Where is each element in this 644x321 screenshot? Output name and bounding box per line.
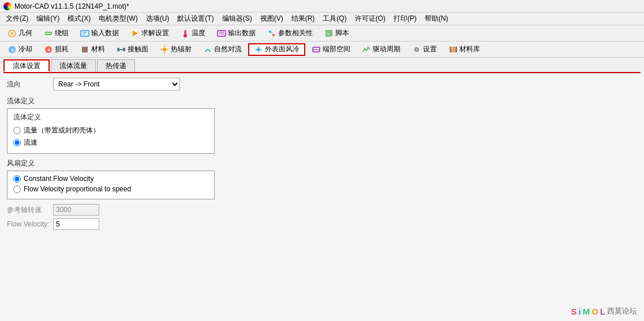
sub-end-space[interactable]: 端部空间 [306,43,355,56]
tab-fluid-settings[interactable]: 流体设置 [3,59,50,72]
settings-icon [412,45,421,54]
tab-heat-transfer[interactable]: 热传递 [97,59,135,72]
watermark-rest: 西莫论坛 [607,306,637,316]
menu-tools[interactable]: 工具(Q) [319,13,350,25]
sub-radiation[interactable]: 热辐射 [155,43,197,56]
page-tabs-wrapper: 流体设置 流体流量 热传递 [0,58,644,72]
watermark-s: S [571,307,576,316]
velocity-input[interactable] [53,218,99,230]
solve-icon [130,29,140,38]
fluid-definition-group-title: 流体定义 [13,112,208,122]
fluid-option2-label[interactable]: 流速 [24,138,38,148]
app-window: Motor-CAD v11.1.5 (12N14P_1.mot)* 文件(Z) … [0,0,644,321]
radiation-icon [160,45,169,54]
library-icon [448,45,458,54]
fluid-option1-radio[interactable] [13,127,21,134]
fan-icon [254,45,263,54]
output-icon [217,29,226,38]
title-bar: Motor-CAD v11.1.5 (12N14P_1.mot)* [0,0,644,13]
watermark-m: M [583,307,590,316]
svg-rect-37 [452,47,455,52]
fan-option2-label[interactable]: Flow Velocity proportional to speed [24,185,131,193]
svg-marker-7 [133,31,138,36]
tb-script[interactable]: >_ 脚本 [319,27,354,40]
svg-point-1 [11,32,13,35]
tb-solve[interactable]: 求解设置 [125,27,174,40]
toolbar2: ❄ 冷却 ✦ 损耗 材料 接触面 热辐射 [0,41,644,58]
svg-rect-4 [81,31,89,36]
winding-icon [44,29,53,38]
fan-option2-row: Flow Velocity proportional to speed [13,185,208,193]
material-icon [80,45,89,54]
velocity-row: Flow Velocity: [7,218,637,230]
sub-drive-cycle[interactable]: 驱动周期 [357,43,406,56]
svg-rect-38 [455,47,457,52]
menu-motortype[interactable]: 电机类型(W) [95,13,141,25]
convection-icon [203,45,212,54]
rpm-row: 参考轴转速 [7,204,637,216]
content-area: 流向 Rear -> Front Front -> Rear 流体定义 流体定义… [0,73,644,321]
sub-cooling[interactable]: ❄ 冷却 [2,43,38,56]
watermark-o: O [591,307,598,316]
menu-results[interactable]: 结果(R) [288,13,319,25]
tb-winding[interactable]: 绕组 [39,27,74,40]
menu-license[interactable]: 许可证(O) [351,13,389,25]
sub-external-fan[interactable]: 外表面风冷 [248,43,305,56]
sub-library[interactable]: 材料库 [443,43,485,56]
fluid-option1-label[interactable]: 流量（带置或封闭壳体） [24,126,100,135]
fan-definition-group: Constant Flow Velocity Flow Velocity pro… [7,171,215,199]
menu-bar: 文件(Z) 编辑(Y) 模式(X) 电机类型(W) 选项(U) 默认设置(T) … [0,13,644,25]
script-icon: >_ [324,29,334,38]
end-icon [312,45,321,54]
fluid-option2-radio[interactable] [13,139,21,146]
tb-temperature[interactable]: 温度 [175,27,211,40]
menu-help[interactable]: 帮助(N) [421,13,452,25]
svg-rect-36 [450,47,452,52]
app-title: Motor-CAD v11.1.5 (12N14P_1.mot)* [14,2,129,10]
tab-fluid-flow[interactable]: 流体流量 [51,59,96,72]
watermark: SiMOL西莫论坛 [571,306,637,316]
svg-text:>_: >_ [327,31,333,37]
fan-option1-row: Constant Flow Velocity [13,175,208,183]
flow-direction-row: 流向 Rear -> Front Front -> Rear [7,78,637,90]
fan-option1-label[interactable]: Constant Flow Velocity [24,175,93,183]
contact-icon [117,45,126,54]
tb-geometry[interactable]: 几何 [2,27,38,40]
menu-mode[interactable]: 模式(X) [64,13,94,25]
tb-input-data[interactable]: 输入数据 [75,27,124,40]
fluid-definition-section-title: 流体定义 [7,96,637,106]
menu-print[interactable]: 打印(P) [390,13,420,25]
sub-loss[interactable]: ✦ 损耗 [39,43,74,56]
menu-file[interactable]: 文件(Z) [2,13,32,25]
flow-direction-label: 流向 [7,80,53,89]
menu-view[interactable]: 视图(V) [257,13,287,25]
velocity-label: Flow Velocity: [7,220,53,228]
menu-options[interactable]: 选项(U) [143,13,173,25]
fan-option1-radio[interactable] [13,175,21,183]
input-data-icon [80,29,89,38]
svg-point-26 [163,48,166,51]
drive-icon [362,45,371,54]
tb-output[interactable]: 输出数据 [212,27,261,40]
sub-natural-convection[interactable]: 自然对流 [198,43,247,56]
param-icon [267,29,276,38]
sub-settings[interactable]: 设置 [407,43,442,56]
cool-icon: ❄ [8,45,17,54]
fluid-option1-row: 流量（带置或封闭壳体） [13,126,208,135]
watermark-l: L [600,307,605,316]
rpm-input[interactable] [53,204,99,216]
sub-contact[interactable]: 接触面 [111,43,153,56]
svg-rect-22 [82,47,88,52]
menu-edit[interactable]: 编辑(Y) [33,13,63,25]
watermark-i: i [578,307,581,316]
sub-material[interactable]: 材料 [75,43,110,56]
menu-defaults[interactable]: 默认设置(T) [174,13,217,25]
fluid-definition-group: 流体定义 流量（带置或封闭壳体） 流速 [7,108,215,154]
fluid-option2-row: 流速 [13,138,208,148]
tb-param-corr[interactable]: 参数相关性 [262,27,318,40]
app-icon [3,2,12,10]
menu-editor[interactable]: 编辑器(S) [219,13,256,25]
fan-option2-radio[interactable] [13,186,21,193]
svg-rect-24 [117,48,119,51]
flow-direction-select[interactable]: Rear -> Front Front -> Rear [53,78,180,90]
